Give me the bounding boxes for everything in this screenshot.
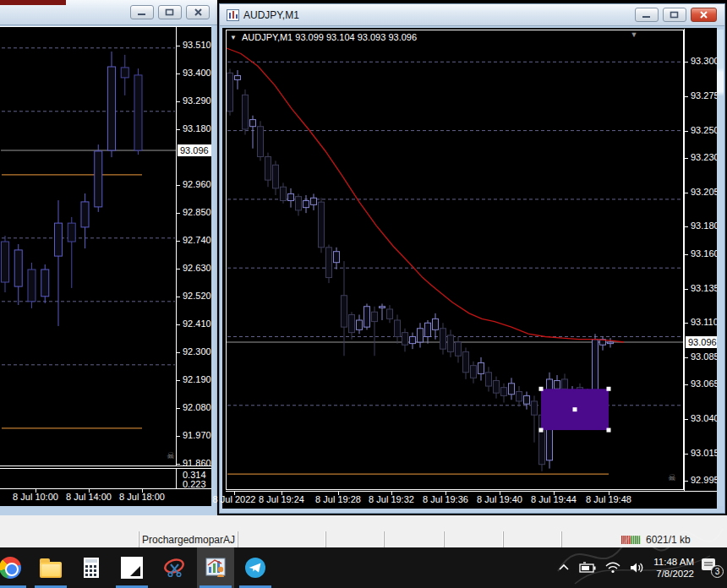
candle-body (319, 202, 325, 248)
selection-handle[interactable] (607, 428, 611, 433)
minimize-button[interactable] (635, 8, 659, 22)
minimize-button[interactable] (130, 5, 154, 19)
price-axis-label (177, 101, 180, 102)
candle-body (250, 120, 256, 127)
price-axis-label (685, 254, 688, 255)
candle-body (235, 76, 241, 80)
candle-body (227, 73, 233, 112)
selection-handle[interactable] (539, 428, 544, 433)
tray-expand-chevron-icon[interactable] (557, 561, 571, 574)
right-chart-plot[interactable]: ☠▼ (226, 29, 684, 491)
time-axis-label: 8 Jul 19:44 (531, 494, 577, 504)
left-chart-plot[interactable]: ☠ (0, 27, 177, 488)
price-axis-label: 93.110 (691, 317, 719, 327)
candle-body (410, 336, 416, 343)
chrome-icon (0, 557, 21, 579)
right-chart-area[interactable]: ☠▼ ▼ AUDJPY,M1 93.099 93.104 93.093 93.0… (222, 28, 717, 509)
wifi-icon[interactable] (604, 561, 621, 574)
candle-body (273, 165, 279, 188)
price-axis-label (177, 74, 180, 74)
candle-body (456, 342, 462, 356)
price-axis-label: 93.065 (691, 378, 719, 389)
selection-handle[interactable] (539, 387, 544, 391)
price-axis-label: 92.520 (183, 291, 211, 301)
taskbar-file-explorer-icon[interactable] (32, 547, 69, 588)
taskbar-clock[interactable]: 11:48 AM 7/8/2022 (653, 556, 694, 580)
candle-body (265, 156, 271, 180)
price-axis-label: 92.190 (183, 374, 211, 384)
battery-icon[interactable] (578, 561, 597, 574)
price-axis-label: 92.995 (691, 475, 719, 485)
taskbar-snipping-tool-icon[interactable] (156, 547, 194, 588)
time-axis-label: 8 Jul 19:48 (586, 494, 631, 504)
close-icon (699, 10, 708, 19)
clock-time: 11:48 AM (653, 556, 694, 568)
price-axis-label (177, 185, 180, 186)
candle-body (342, 296, 347, 327)
candle-body (296, 197, 302, 210)
candle-body (68, 223, 75, 242)
notification-center-button[interactable]: 3 (702, 558, 722, 578)
taskbar-chrome-icon[interactable] (0, 547, 29, 588)
price-axis-label (177, 46, 180, 46)
candle-body (349, 314, 355, 332)
candle-body (134, 75, 142, 150)
restore-button[interactable] (158, 5, 182, 19)
status-cell (504, 531, 562, 547)
candle-body (463, 351, 469, 372)
close-button[interactable] (186, 5, 210, 19)
legend-collapse-icon[interactable]: ▼ (230, 34, 237, 41)
price-axis-label: 93.205 (691, 187, 719, 197)
right-window-titlebar[interactable]: AUDJPY,M1 (220, 4, 724, 26)
candle-body (311, 198, 317, 204)
indicator-separator[interactable] (0, 466, 211, 469)
snipping-tool-icon (164, 557, 186, 579)
chart-legend[interactable]: ▼ AUDJPY,M1 93.099 93.104 93.093 93.096 (230, 32, 417, 42)
taskbar-calculator-icon[interactable] (73, 547, 110, 588)
speaker-icon[interactable] (629, 561, 646, 574)
price-axis-label: 92.410 (183, 318, 211, 329)
metatrader-icon (205, 557, 227, 579)
taskbar-notes-app-icon[interactable] (113, 547, 150, 588)
account-name-cell: ProchargedmoparAJ (139, 531, 238, 547)
price-axis-label: 92.960 (183, 179, 211, 189)
price-axis-label: 93.160 (691, 248, 719, 259)
chart-window-icon (227, 9, 239, 21)
price-axis-label (177, 213, 180, 214)
candle-body (440, 329, 446, 349)
candles (2, 52, 143, 326)
restore-icon (670, 10, 680, 19)
price-axis-label: 92.850 (183, 207, 211, 217)
candle-body (402, 333, 408, 346)
left-chart-area[interactable]: ☠ 93.51093.40093.29093.18092.96092.85092… (0, 26, 211, 506)
candle-body (303, 201, 309, 208)
time-axis-label: 8 Jul 19:32 (369, 494, 414, 504)
time-axis-label: 8 Jul 19:28 (315, 494, 361, 504)
candle-body (326, 248, 332, 278)
candle-body (81, 202, 89, 227)
close-button[interactable] (691, 8, 717, 22)
price-axis-label: 93.040 (691, 413, 719, 423)
background-window-strip (0, 0, 66, 5)
selection-handle[interactable] (607, 387, 611, 391)
candle-body (243, 95, 249, 129)
connection-status-cell[interactable]: 6021/1 kb (562, 531, 727, 547)
chart-shift-marker-icon: ▼ (631, 30, 638, 39)
price-axis-label: 92.080 (183, 402, 211, 412)
status-cell (385, 531, 445, 547)
price-axis-label (685, 357, 688, 358)
candle-body (471, 366, 477, 378)
candle-body (494, 381, 500, 394)
selection-handle[interactable] (573, 407, 577, 411)
window-frame (717, 30, 724, 506)
candle-body (108, 67, 116, 150)
candle-body (478, 362, 484, 373)
price-axis-label (685, 481, 688, 482)
price-axis-label (177, 297, 180, 297)
indicator-skull-icon: ☠ (668, 472, 676, 482)
taskbar-telegram-icon[interactable] (237, 547, 274, 588)
restore-button[interactable] (663, 8, 686, 22)
candle-body (517, 392, 522, 401)
taskbar-metatrader-icon[interactable] (197, 547, 234, 588)
candle-body (372, 312, 378, 321)
